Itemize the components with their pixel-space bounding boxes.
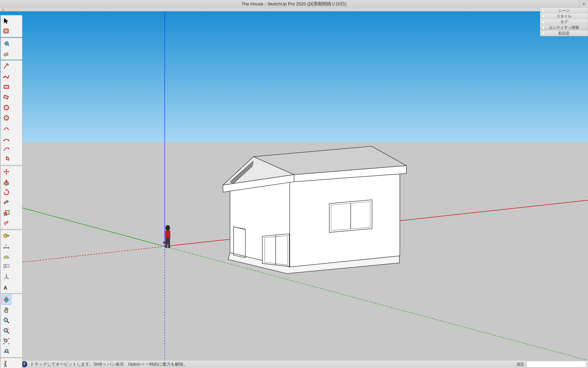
pie-tool[interactable] [1,155,11,164]
svg-point-36 [9,210,10,212]
window-title: The House - SketchUp Pro 2020 (試用期間残り20日… [242,1,347,7]
lasso-tool[interactable] [1,26,11,36]
tray-label: スタイル [540,14,588,19]
tray-label: タグ [540,19,588,25]
scene-svg [0,11,588,360]
dimension-tool[interactable]: 3' [1,241,11,251]
status-bar: ⌖ ⓘ ? ドラッグしてオービットします。Shift = パン表示 Option… [0,360,588,368]
3d-viewport[interactable] [0,11,588,360]
add-tab-button[interactable]: + [579,0,588,8]
tray-dot-icon [542,15,545,18]
scale-tool[interactable] [1,208,11,218]
svg-text:A: A [4,285,7,290]
measurement-input[interactable] [526,361,587,368]
tool-group-camera [0,294,22,357]
3dtext-tool[interactable]: A [1,283,11,292]
text-tool[interactable]: A1 [1,262,11,272]
svg-point-35 [5,210,6,212]
tool-group-modify [0,166,22,229]
pan-tool[interactable] [1,305,11,315]
svg-line-47 [6,277,9,279]
protractor-tool[interactable] [1,251,11,261]
rotate-tool[interactable] [1,187,11,197]
rotated-rectangle-tool[interactable] [1,92,11,102]
svg-rect-21 [163,241,166,244]
sky [0,11,588,142]
tray-dot-icon [542,32,545,35]
line-tool[interactable] [1,61,11,71]
tape-tool[interactable] [1,231,11,241]
svg-point-30 [4,140,5,141]
previous-view-tool[interactable] [1,347,11,357]
svg-line-46 [4,277,6,279]
tool-group-select [0,15,22,37]
3point-arc-tool[interactable] [1,144,11,154]
svg-line-53 [7,321,9,323]
svg-point-16 [165,225,170,231]
tool-group-construct: 3' A1 A [0,230,22,293]
paint-bucket-tool[interactable] [1,39,11,48]
tray-item-shadows[interactable]: 影設定 [540,30,588,36]
svg-point-37 [9,214,10,215]
svg-text:3': 3' [5,244,7,247]
tool-group-draw [0,60,22,165]
polygon-tool[interactable] [1,113,11,123]
tray-item-scenes[interactable]: シーン [540,8,588,14]
zoom-extents-tool[interactable] [1,336,11,346]
followme-tool[interactable] [1,198,11,208]
tray-dot-icon [542,20,545,24]
svg-point-57 [4,339,7,342]
offset-tool[interactable] [1,219,11,228]
circle-tool[interactable] [1,103,11,112]
house-model [223,146,406,274]
zoom-tool[interactable] [1,315,11,325]
move-tool[interactable] [1,167,11,177]
svg-rect-25 [4,53,9,56]
rectangle-tool[interactable] [1,82,11,92]
zoom-window-tool[interactable] [1,326,11,336]
svg-point-24 [8,44,9,46]
select-tool[interactable] [1,16,11,26]
title-bar: The House - SketchUp Pro 2020 (試用期間残り20日… [0,0,588,8]
left-toolbar: 3' A1 A ⚙ [0,15,22,368]
svg-marker-29 [4,115,9,120]
svg-rect-20 [168,244,170,248]
tray-dot-icon [542,26,545,29]
svg-point-51 [5,299,7,301]
svg-rect-39 [7,235,9,236]
svg-point-52 [4,318,8,322]
2point-arc-tool[interactable] [1,134,11,144]
position-camera-tool[interactable] [1,359,11,368]
svg-point-58 [5,350,8,352]
tray-item-entity-info[interactable]: エンティティ情報 [540,25,588,31]
svg-point-31 [8,140,9,141]
pushpull-tool[interactable] [1,177,11,187]
right-tray: シーン スタイル タグ エンティティ情報 影設定 [540,8,588,36]
svg-rect-27 [4,95,8,99]
axes-tool[interactable] [1,272,11,282]
tool-group-walk [0,358,22,368]
orbit-tool[interactable] [1,295,11,305]
svg-text:A1: A1 [5,265,8,267]
svg-line-55 [7,332,9,334]
freehand-tool[interactable] [1,72,11,82]
strip-handle-icon[interactable] [2,9,4,11]
svg-point-60 [5,361,7,363]
svg-rect-17 [165,230,170,238]
eraser-tool[interactable] [1,49,11,59]
tray-item-tags[interactable]: タグ [540,19,588,25]
tray-label: シーン [540,8,588,13]
svg-rect-23 [5,30,8,32]
measurement-label: 測定 [517,362,525,367]
tray-label: 影設定 [540,31,588,36]
svg-marker-9 [234,227,245,256]
svg-rect-26 [4,85,9,89]
toolbar-strip [0,8,588,11]
tool-group-paint [0,38,22,60]
svg-rect-19 [165,244,167,248]
tray-dot-icon [542,9,545,12]
tray-label: エンティティ情報 [540,25,588,30]
arc-tool[interactable] [1,123,11,133]
svg-line-59 [8,352,9,353]
tray-item-styles[interactable]: スタイル [540,13,588,19]
